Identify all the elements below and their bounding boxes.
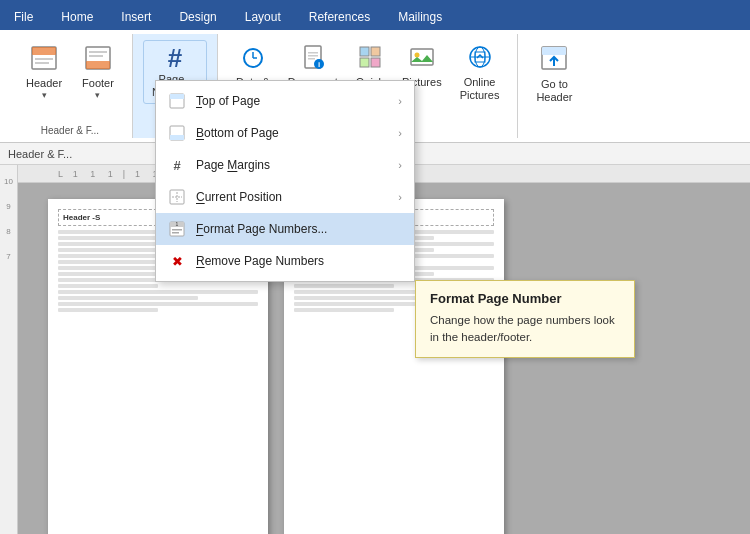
svg-rect-21 <box>411 49 433 65</box>
page1-line11 <box>58 290 258 294</box>
svg-rect-40 <box>172 229 182 231</box>
menu-item-bottom-of-page[interactable]: Bottom of Page › <box>156 117 414 149</box>
tab-references[interactable]: References <box>295 4 384 30</box>
svg-rect-14 <box>308 58 315 60</box>
header-footer-section-label: Header & F... <box>35 123 105 138</box>
menu-item-page-margins[interactable]: # Page Margins › <box>156 149 414 181</box>
tab-bar: File Home Insert Design Layout Reference… <box>0 0 750 30</box>
tab-layout[interactable]: Layout <box>231 4 295 30</box>
bottom-of-page-icon <box>168 124 186 142</box>
page2-line14 <box>294 308 394 312</box>
page1-line14 <box>58 308 158 312</box>
current-position-arrow: › <box>398 191 402 203</box>
svg-rect-1 <box>32 47 56 55</box>
document-info-icon: i <box>300 44 326 74</box>
page-number-dropdown: Top of Page › Bottom of Page › # Page Ma… <box>155 80 415 282</box>
ruler-10: 10 <box>4 177 13 186</box>
ribbon: File Home Insert Design Layout Reference… <box>0 0 750 30</box>
context-label: Header & F... <box>8 148 72 160</box>
page-number-icon: # <box>168 45 182 71</box>
ruler-7: 7 <box>6 252 10 261</box>
svg-rect-33 <box>170 135 184 140</box>
footer-label: Footer <box>82 77 114 90</box>
date-time-icon <box>240 44 266 74</box>
vertical-ruler: 10 9 8 7 <box>0 165 18 534</box>
remove-page-numbers-icon: ✖ <box>168 252 186 270</box>
page2-line12 <box>294 296 434 300</box>
top-of-page-arrow: › <box>398 95 402 107</box>
online-pictures-icon <box>467 44 493 74</box>
svg-rect-31 <box>170 94 184 99</box>
menu-item-current-position[interactable]: Current Position › <box>156 181 414 213</box>
menu-item-top-of-page[interactable]: Top of Page › <box>156 85 414 117</box>
ruler-8: 8 <box>6 227 10 236</box>
page1-line13 <box>58 302 258 306</box>
menu-item-remove-page-numbers[interactable]: ✖ Remove Page Numbers <box>156 245 414 277</box>
svg-text:i: i <box>318 60 320 69</box>
quick-parts-icon <box>357 44 383 74</box>
svg-rect-12 <box>308 52 318 54</box>
page-margins-label: Page Margins <box>196 158 388 172</box>
go-to-header-label: Go toHeader <box>536 78 572 104</box>
top-of-page-icon <box>168 92 186 110</box>
format-page-numbers-icon: 1 <box>168 220 186 238</box>
format-page-numbers-label: Format Page Numbers... <box>196 222 402 236</box>
top-of-page-label: Top of Page <box>196 94 388 108</box>
page1-line6 <box>58 260 158 264</box>
svg-rect-19 <box>360 58 369 67</box>
page1-line12 <box>58 296 198 300</box>
svg-rect-6 <box>89 51 107 53</box>
page-margins-arrow: › <box>398 159 402 171</box>
current-position-icon <box>168 188 186 206</box>
online-pictures-button[interactable]: OnlinePictures <box>452 40 508 106</box>
bottom-of-page-label: Bottom of Page <box>196 126 388 140</box>
header-button[interactable]: Header ▾ <box>18 40 70 105</box>
page1-line10 <box>58 284 158 288</box>
svg-rect-5 <box>86 61 110 69</box>
menu-item-format-page-numbers[interactable]: 1 Format Page Numbers... <box>156 213 414 245</box>
header-footer-group: Header ▾ Footer ▾ Header & F... <box>8 34 133 138</box>
svg-rect-41 <box>172 232 179 234</box>
footer-icon <box>84 44 112 75</box>
svg-rect-18 <box>371 47 380 56</box>
svg-point-22 <box>414 53 419 58</box>
svg-rect-20 <box>371 58 380 67</box>
header-icon <box>30 44 58 75</box>
tab-home[interactable]: Home <box>47 4 107 30</box>
remove-page-numbers-label: Remove Page Numbers <box>196 254 402 268</box>
svg-text:1: 1 <box>176 221 179 227</box>
footer-button[interactable]: Footer ▾ <box>74 40 122 105</box>
header-label: Header <box>26 77 62 90</box>
svg-rect-13 <box>308 55 318 57</box>
format-page-number-tooltip: Format Page Number Change how the page n… <box>415 280 635 358</box>
svg-rect-17 <box>360 47 369 56</box>
tooltip-title: Format Page Number <box>430 291 620 306</box>
online-pictures-label: OnlinePictures <box>460 76 500 102</box>
tab-mailings[interactable]: Mailings <box>384 4 456 30</box>
tab-insert[interactable]: Insert <box>107 4 165 30</box>
svg-rect-2 <box>35 58 53 60</box>
page-margins-icon: # <box>168 156 186 174</box>
page2-line10 <box>294 284 394 288</box>
tab-file[interactable]: File <box>0 4 47 30</box>
svg-rect-3 <box>35 62 49 64</box>
current-position-label: Current Position <box>196 190 388 204</box>
go-to-header-icon <box>540 44 568 76</box>
svg-rect-7 <box>89 55 103 57</box>
footer-caret: ▾ <box>95 90 100 101</box>
ruler-9: 9 <box>6 202 10 211</box>
svg-rect-28 <box>542 47 566 55</box>
go-to-header-button[interactable]: Go toHeader <box>528 40 580 108</box>
pictures-icon <box>409 44 435 74</box>
header-caret: ▾ <box>42 90 47 101</box>
tooltip-description: Change how the page numbers look in the … <box>430 312 620 347</box>
navigation-group: Go toHeader <box>518 34 590 138</box>
tab-design[interactable]: Design <box>165 4 230 30</box>
bottom-of-page-arrow: › <box>398 127 402 139</box>
